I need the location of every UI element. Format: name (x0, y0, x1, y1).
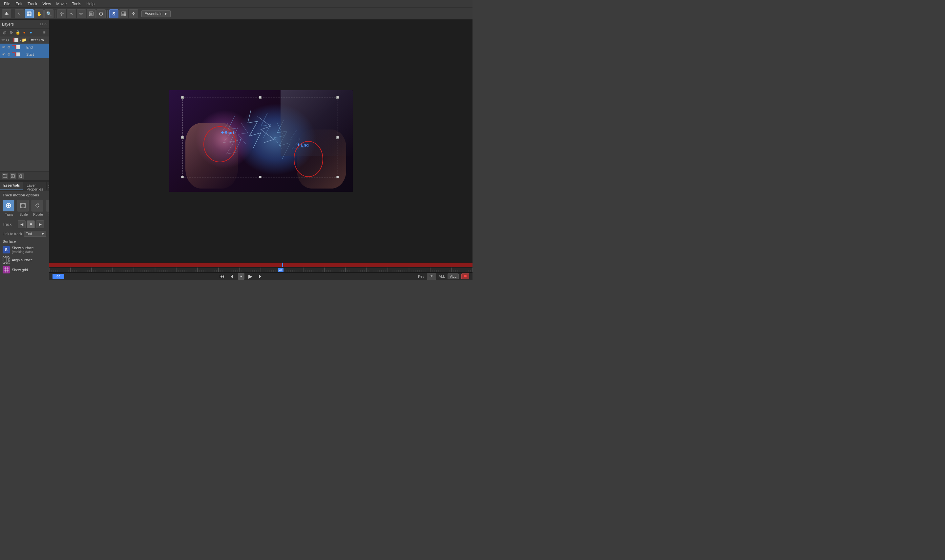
layers-close-icon[interactable]: ✕ (44, 22, 47, 26)
svg-point-251 (430, 275, 432, 277)
menu-view[interactable]: View (40, 1, 54, 7)
show-surface-row: S Show surface(tracking data) (3, 246, 46, 254)
layer-list: 👁 ⚙ - 📁 Effect Trackers 👁 ⚙ End (0, 36, 49, 171)
tab-layer-properties[interactable]: Layer Properties (23, 182, 46, 190)
link-to-track-dropdown[interactable]: End ▼ (24, 231, 46, 237)
trans-button[interactable] (3, 200, 14, 211)
menu-edit[interactable]: Edit (13, 1, 25, 7)
pivot-tool[interactable]: ✛ (129, 9, 138, 18)
link-to-track-row: Link to track End ▼ (3, 231, 46, 237)
timeline-track[interactable] (49, 263, 473, 268)
canvas-container[interactable]: +Start +End (49, 20, 473, 262)
new-layer-button[interactable] (10, 173, 16, 179)
timeline-ruler[interactable]: // Will be rendered by browser 44 (49, 268, 473, 272)
layer-eye-icon[interactable]: 👁 (1, 38, 5, 42)
key-info: Key ALL ALL (418, 273, 469, 280)
svg-rect-3 (27, 12, 31, 16)
layers-header-icons: □ ✕ (40, 22, 47, 26)
hand-tool[interactable]: ✋ (34, 9, 44, 18)
svg-rect-26 (20, 175, 22, 178)
layer-name: End (26, 45, 33, 49)
layer-eye-icon[interactable]: 👁 (1, 52, 6, 56)
trans-label: Trans (3, 213, 16, 216)
canvas-area: +Start +End / (49, 20, 473, 280)
layer-color2-icon[interactable]: ● (28, 30, 34, 35)
playback-controls: ⏮ ⏴ ■ ▶ ⏵ (218, 273, 264, 280)
align-surface-icon[interactable] (3, 256, 10, 264)
layer-gear-icon[interactable]: ⚙ (6, 38, 9, 42)
new-group-button[interactable] (2, 173, 8, 179)
layer-row[interactable]: 👁 ⚙ Start (0, 51, 49, 58)
mask-tool[interactable] (86, 9, 96, 18)
tab-essentials[interactable]: Essentials (0, 182, 23, 190)
rewind-button[interactable]: ⏮ (218, 274, 226, 279)
circle-tool[interactable] (97, 9, 106, 18)
skew-button[interactable] (46, 200, 49, 211)
show-grid-icon[interactable] (3, 266, 10, 274)
grid-tool[interactable] (119, 9, 128, 18)
layer-row[interactable]: 👁 ⚙ - 📁 Effect Trackers (0, 36, 49, 44)
layer-menu-icon[interactable]: ≡ (42, 30, 47, 35)
layer-gear-icon[interactable]: ⚙ (6, 52, 11, 57)
svg-point-15 (99, 12, 103, 15)
step-back-button[interactable]: ⏴ (228, 274, 236, 279)
export-tool[interactable] (2, 9, 11, 18)
play-button[interactable]: ▶ (247, 273, 254, 279)
start-tracker-label: +Start (221, 129, 234, 135)
properties-content: Track motion options (0, 191, 49, 280)
show-surface-icon[interactable]: S (3, 246, 10, 254)
essentials-label: Essentials (144, 11, 162, 16)
separator-3 (107, 10, 108, 18)
person-silhouette (281, 90, 353, 156)
layer-color-box (12, 45, 16, 49)
track-buttons: ◀ ■ ▶ (18, 220, 44, 228)
track-motion-grid (3, 200, 46, 211)
layer-gear-icon[interactable]: ⚙ (6, 45, 11, 49)
transform-tool[interactable] (57, 9, 66, 18)
snap-tool[interactable]: S (109, 9, 119, 18)
layer-blend-box (16, 45, 20, 49)
paint-tool[interactable]: ✏ (77, 9, 86, 18)
warp-tool[interactable] (67, 9, 76, 18)
layer-lock-icon[interactable]: 🔒 (15, 30, 20, 35)
track-stop-button[interactable]: ■ (27, 220, 35, 228)
menu-help[interactable]: Help (84, 1, 97, 7)
pointer-tool[interactable]: ↖ (15, 9, 24, 18)
rotate-label: Rotate (31, 213, 45, 216)
record-button[interactable] (461, 274, 469, 279)
select-tool[interactable] (25, 9, 34, 18)
layer-eye-icon[interactable]: 👁 (1, 45, 6, 49)
all-button[interactable]: ALL (447, 274, 459, 279)
menu-movie[interactable]: Movie (54, 1, 69, 7)
scale-button[interactable] (17, 200, 29, 211)
svg-point-254 (464, 275, 467, 277)
show-surface-label: Show surface(tracking data) (12, 246, 34, 254)
track-motion-labels: Trans Scale Rotate Skew Persp (3, 213, 46, 216)
layer-settings-icon[interactable]: ⚙ (9, 30, 14, 35)
toolbar: ↖ ✋ 🔍 ✏ S ✛ Essentials ▼ (0, 8, 473, 20)
delete-layer-button[interactable] (18, 173, 24, 179)
zoom-tool[interactable]: 🔍 (44, 9, 54, 18)
key-button[interactable] (427, 273, 436, 280)
layer-visibility-icon[interactable]: ◎ (2, 30, 7, 35)
essentials-dropdown[interactable]: Essentials ▼ (142, 10, 171, 17)
key-label: Key (418, 274, 424, 278)
stop-button[interactable]: ■ (238, 273, 244, 280)
video-canvas: +Start +End (169, 90, 353, 192)
step-forward-button[interactable]: ⏵ (256, 274, 264, 279)
layers-title: Layers (2, 22, 14, 26)
layer-row[interactable]: 👁 ⚙ End (0, 44, 49, 51)
left-panel: Layers □ ✕ ◎ ⚙ 🔒 ● ● ≡ 👁 ⚙ (0, 20, 49, 280)
layers-minimize-icon[interactable]: □ (40, 22, 43, 26)
menu-tools[interactable]: Tools (69, 1, 84, 7)
menu-file[interactable]: File (1, 1, 13, 7)
separator-2 (55, 10, 55, 18)
rotate-button[interactable] (31, 200, 43, 211)
svg-rect-22 (3, 174, 5, 175)
track-forward-button[interactable]: ▶ (36, 220, 44, 228)
svg-rect-21 (3, 175, 7, 178)
menu-track[interactable]: Track (25, 1, 40, 7)
layer-blend-box (14, 38, 18, 42)
track-backward-button[interactable]: ◀ (18, 220, 26, 228)
layer-color-icon[interactable]: ● (22, 30, 27, 35)
